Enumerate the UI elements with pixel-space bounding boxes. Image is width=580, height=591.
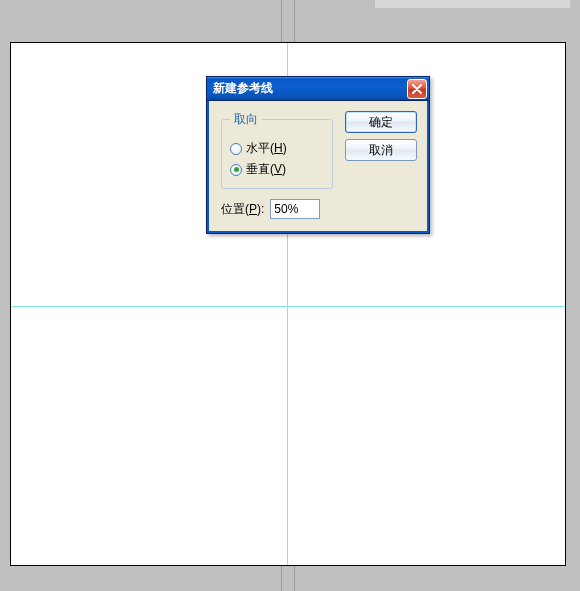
close-icon [412, 84, 422, 94]
dialog-body: 取向 水平(H) 垂直(V) 位置(P): 确定 取消 [207, 101, 429, 233]
radio-vertical-dot [230, 164, 242, 176]
ok-button[interactable]: 确定 [345, 111, 417, 133]
dialog-title: 新建参考线 [213, 80, 407, 97]
radio-horizontal-label: 水平(H) [246, 140, 287, 157]
orientation-group: 取向 水平(H) 垂直(V) [221, 111, 333, 189]
orientation-legend: 取向 [230, 111, 262, 128]
dialog-right-column: 确定 取消 [345, 111, 417, 219]
new-guide-dialog: 新建参考线 取向 水平(H) 垂直(V) 位置(P): [206, 76, 430, 234]
position-row: 位置(P): [221, 199, 333, 219]
top-panel-strip [375, 0, 570, 8]
radio-horizontal-dot [230, 143, 242, 155]
radio-vertical-label: 垂直(V) [246, 161, 286, 178]
guide-line-horizontal[interactable] [11, 306, 565, 307]
radio-vertical[interactable]: 垂直(V) [230, 161, 324, 178]
close-button[interactable] [407, 79, 427, 99]
radio-horizontal[interactable]: 水平(H) [230, 140, 324, 157]
position-input[interactable] [270, 199, 320, 219]
dialog-left-column: 取向 水平(H) 垂直(V) 位置(P): [221, 111, 333, 219]
dialog-titlebar[interactable]: 新建参考线 [207, 77, 429, 101]
position-label: 位置(P): [221, 201, 264, 218]
cancel-button[interactable]: 取消 [345, 139, 417, 161]
